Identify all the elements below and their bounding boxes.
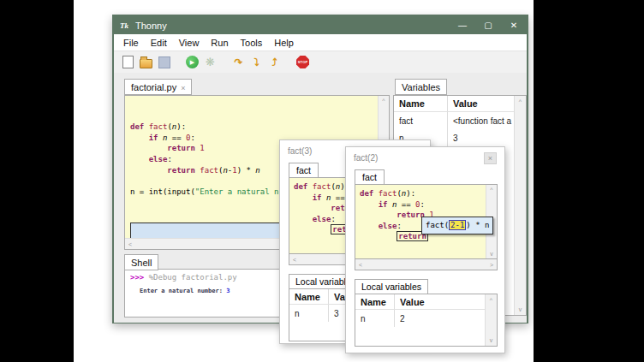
scroll-right-icon[interactable]: >: [490, 262, 493, 268]
code-token: [130, 134, 149, 142]
variable-name-cell: n: [289, 305, 329, 322]
code-token: [130, 144, 167, 152]
editor-tab-label: factorial.py: [131, 82, 176, 92]
code-token: [360, 222, 379, 230]
variable-name-cell: fact: [394, 112, 448, 129]
code-token: n: [255, 166, 259, 175]
table-header: NameValue: [394, 96, 526, 112]
column-header: Name: [394, 96, 448, 111]
table-row[interactable]: fact<function fact a: [394, 112, 526, 129]
code-token: ) * n: [466, 221, 489, 229]
stop-icon[interactable]: STOP: [295, 55, 310, 69]
code-token: ==: [167, 134, 186, 142]
open-file-icon[interactable]: [139, 55, 153, 69]
close-button[interactable]: ✕: [501, 16, 527, 34]
menu-edit[interactable]: Edit: [145, 38, 173, 48]
save-file-icon[interactable]: [157, 55, 171, 69]
fact2-tab-fact[interactable]: fact: [355, 169, 385, 185]
code-token: ):: [406, 189, 415, 198]
title-bar[interactable]: Tk Thonny — ▢ ✕: [114, 16, 527, 34]
scroll-up-icon[interactable]: ^: [382, 98, 385, 104]
code-token: n = int(input(: [130, 187, 195, 196]
scroll-down-icon[interactable]: v: [490, 251, 493, 257]
fact2-locals-scrollbar[interactable]: ^ v: [485, 294, 497, 346]
code-token: ==: [397, 200, 415, 209]
maximize-button[interactable]: ▢: [475, 16, 501, 34]
variable-name-cell: n: [355, 310, 395, 327]
menu-file[interactable]: File: [117, 38, 145, 48]
shell-prompt: >>>: [130, 273, 149, 282]
code-token: def: [130, 122, 144, 131]
code-token: fact: [379, 189, 397, 198]
code-token: :: [397, 222, 401, 230]
variables-scrollbar[interactable]: ^ v: [514, 96, 526, 315]
code-token: fact: [149, 122, 168, 131]
variables-tab-label: Variables: [402, 82, 440, 92]
code-token: ) *: [237, 166, 256, 175]
column-header: Value: [395, 294, 497, 309]
code-token: :: [331, 215, 335, 223]
scroll-left-icon[interactable]: <: [359, 262, 362, 268]
code-token: [294, 193, 313, 202]
code-token: [294, 215, 313, 223]
menu-help[interactable]: Help: [268, 38, 300, 48]
menu-tools[interactable]: Tools: [235, 38, 269, 48]
tab-close-icon[interactable]: ×: [181, 84, 185, 92]
shell-user-input: 3: [226, 288, 230, 294]
shell-tab-label: Shell: [131, 258, 152, 268]
fact2-horizontal-scrollbar[interactable]: < >: [355, 259, 498, 270]
step-out-icon[interactable]: ⤴: [267, 55, 282, 69]
fact2-dialog: fact(2) × fact def fact(n): if n == 0: r…: [345, 146, 505, 353]
scroll-down-icon[interactable]: v: [490, 337, 493, 343]
fact2-dialog-title: fact(2): [354, 153, 504, 163]
tab-variables[interactable]: Variables: [395, 79, 447, 95]
minimize-button[interactable]: —: [450, 16, 475, 34]
menu-view[interactable]: View: [173, 38, 206, 48]
shell-output-text: Enter a natural number:: [140, 288, 226, 294]
tab-factorial-py[interactable]: factorial.py×: [124, 79, 192, 95]
code-token: return: [167, 144, 195, 152]
step-into-icon[interactable]: ⤵: [249, 55, 264, 69]
fact2-close-icon[interactable]: ×: [484, 152, 497, 164]
code-line: def fact(n):: [360, 188, 497, 199]
fact2-code-view[interactable]: def fact(n): if n == 0: return 1 else: r…: [355, 184, 498, 259]
code-token: [294, 204, 331, 212]
column-header: Name: [355, 294, 395, 309]
fact2-locals-table: NameValuen2 ^ v: [355, 294, 498, 347]
code-token: [360, 200, 379, 209]
debug-icon[interactable]: ❋: [203, 55, 218, 69]
code-token: else: [379, 222, 397, 230]
scroll-up-icon[interactable]: ^: [490, 187, 492, 193]
table-header: NameValue: [355, 294, 497, 310]
code-token: def: [294, 182, 307, 191]
code-line: if n == 0:: [360, 199, 497, 211]
shell-command: %Debug factorial.py: [149, 273, 237, 282]
code-token: return: [167, 166, 195, 175]
scroll-up-icon[interactable]: ^: [490, 297, 492, 303]
window-title: Thonny: [135, 21, 450, 31]
fact2-evaluation-box: fact(2-1) * n: [421, 217, 493, 234]
code-token: return: [397, 211, 425, 219]
new-file-icon[interactable]: [121, 55, 135, 69]
scroll-up-icon[interactable]: ^: [519, 98, 522, 104]
fact3-tab-fact[interactable]: fact: [289, 163, 319, 178]
scroll-left-icon[interactable]: <: [293, 257, 296, 263]
code-token: if: [149, 134, 158, 142]
tab-shell[interactable]: Shell: [124, 254, 158, 270]
fact2-local-variables-tab[interactable]: Local variables: [355, 279, 428, 294]
scroll-left-icon[interactable]: <: [128, 241, 132, 247]
code-token: [130, 155, 149, 163]
step-over-icon[interactable]: ↷: [231, 55, 246, 69]
code-token: else: [313, 215, 331, 223]
code-token: fact: [200, 166, 218, 175]
table-row[interactable]: n2: [355, 310, 497, 327]
menu-run[interactable]: Run: [205, 38, 234, 48]
run-icon[interactable]: ▶: [185, 55, 200, 69]
code-token: 1: [200, 144, 204, 152]
code-token: fact(: [426, 221, 449, 229]
code-token: if: [379, 200, 388, 209]
code-token: def: [360, 189, 373, 198]
scroll-down-icon[interactable]: v: [519, 306, 522, 312]
code-token: if: [313, 193, 322, 202]
code-token: [294, 225, 331, 234]
